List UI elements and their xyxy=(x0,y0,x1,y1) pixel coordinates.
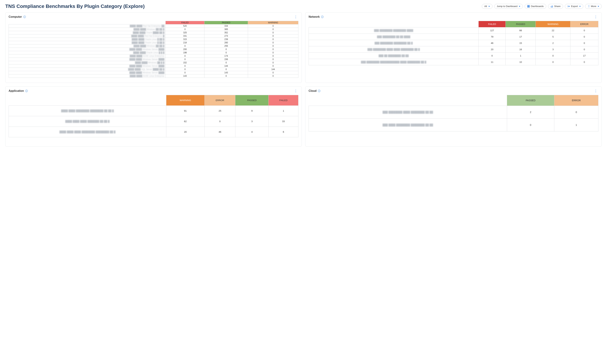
cell-value[interactable]: 239 xyxy=(204,38,248,41)
cell-value[interactable]: 10 xyxy=(506,59,536,65)
cell-value[interactable]: 0 xyxy=(479,53,506,59)
cell-value[interactable]: 315 xyxy=(166,38,204,41)
cell-value[interactable]: 0 xyxy=(248,48,298,51)
column-header[interactable]: WARNING xyxy=(536,21,570,27)
cell-value[interactable]: 520 xyxy=(166,24,204,28)
cell-value[interactable]: 260 xyxy=(204,41,248,44)
cell-value[interactable]: 0 xyxy=(166,65,204,68)
cell-value[interactable]: 3 xyxy=(536,46,570,53)
table-row[interactable]: ████ ████ Oracle Linux █ ██ █3152390 xyxy=(9,38,298,41)
column-header[interactable]: ERROR xyxy=(204,95,235,106)
cell-value[interactable]: 4 xyxy=(235,127,269,137)
cell-value[interactable]: 0 xyxy=(248,51,298,54)
panel-cloud-menu[interactable]: ⋮ xyxy=(593,89,598,92)
column-header[interactable]: FAILED xyxy=(269,95,298,106)
cell-value[interactable]: 218 xyxy=(166,41,204,44)
table-row[interactable]: ████ ████ Red Hat Enterprise █3312730 xyxy=(9,34,298,38)
cell-value[interactable]: 1 xyxy=(554,119,598,131)
cell-value[interactable]: 11 xyxy=(479,59,506,65)
cell-value[interactable]: 255 xyxy=(204,44,248,48)
cell-value[interactable]: 144 xyxy=(204,65,248,68)
cell-value[interactable]: 1 xyxy=(506,53,536,59)
cell-value[interactable]: 152 xyxy=(166,61,204,65)
column-header[interactable]: PASSED xyxy=(506,21,536,27)
column-header[interactable]: FAILED xyxy=(166,21,204,24)
cell-value[interactable]: 0 xyxy=(507,119,554,131)
export-button[interactable]: Export xyxy=(565,4,583,9)
cell-value[interactable]: 0 xyxy=(166,58,204,61)
cell-value[interactable]: 0 xyxy=(570,27,598,34)
cell-value[interactable]: 198 xyxy=(166,51,204,54)
cell-value[interactable]: 91 xyxy=(166,106,204,116)
cell-value[interactable]: 325 xyxy=(166,31,204,34)
table-row[interactable]: ████ ████ Oracle ████ ██ █3253520 xyxy=(9,31,298,34)
cell-value[interactable]: 15 xyxy=(506,40,536,46)
cell-value[interactable]: 0 xyxy=(166,28,204,31)
table-row[interactable]: ████ ████ SQL Server ████ ██ █00144 xyxy=(9,68,298,71)
more-button[interactable]: ⋮ More xyxy=(585,4,602,9)
panel-network-menu[interactable]: ⋮ xyxy=(593,15,598,18)
column-header[interactable]: WARNING xyxy=(248,21,298,24)
cell-value[interactable]: 0 xyxy=(204,51,248,54)
cell-value[interactable]: 0 xyxy=(248,24,298,28)
info-icon[interactable]: i xyxy=(321,16,324,18)
table-row[interactable]: ████ ████ Windows ██ ██ █03850 xyxy=(9,28,298,31)
info-icon[interactable]: i xyxy=(318,90,320,92)
cell-value[interactable]: 2 xyxy=(507,106,554,119)
table-row[interactable]: ███ ████ ████████ ████████ ██ ██01 xyxy=(309,119,598,131)
table-row[interactable]: ████ ████ SUSE Linux Enterprise01740 xyxy=(9,54,298,58)
cell-value[interactable]: 0 xyxy=(570,59,598,65)
cell-value[interactable]: 0 xyxy=(536,59,570,65)
cell-value[interactable]: 0 xyxy=(248,28,298,31)
cell-value[interactable]: 0 xyxy=(166,54,204,58)
cell-value[interactable]: 352 xyxy=(204,31,248,34)
table-row[interactable]: ████ ████ Windows Server ████20000 xyxy=(9,48,298,51)
table-row[interactable]: ███ ████████ ████████ ██ █461520 xyxy=(309,40,598,46)
cell-value[interactable]: 0 xyxy=(536,53,570,59)
cell-value[interactable]: 0 xyxy=(248,44,298,48)
cell-value[interactable]: 0 xyxy=(248,58,298,61)
cell-value[interactable]: 273 xyxy=(204,34,248,38)
cell-value[interactable]: 0 xyxy=(248,31,298,34)
cell-value[interactable]: 0 xyxy=(554,106,598,119)
table-row[interactable]: ███ ██ ████████ ██ ██01017 xyxy=(309,53,598,59)
cell-value[interactable]: 46 xyxy=(204,127,235,137)
cell-value[interactable]: 25 xyxy=(204,106,235,116)
cell-value[interactable]: 143 xyxy=(204,71,248,74)
cell-value[interactable]: 3 xyxy=(235,116,269,127)
cell-value[interactable]: 0 xyxy=(166,71,204,74)
cell-value[interactable]: 17 xyxy=(570,53,598,59)
cell-value[interactable]: 1 xyxy=(269,106,298,116)
cell-value[interactable]: 0 xyxy=(248,61,298,65)
cell-value[interactable]: 156 xyxy=(204,58,248,61)
cell-value[interactable]: 0 xyxy=(204,74,248,78)
cell-value[interactable]: 6 xyxy=(269,127,298,137)
cell-value[interactable]: 5 xyxy=(536,34,570,40)
cell-value[interactable]: 0 xyxy=(570,34,598,40)
cell-value[interactable]: 17 xyxy=(506,34,536,40)
cell-value[interactable]: 2 xyxy=(536,40,570,46)
table-row[interactable]: ████ ████ ████ ████████ ████████ ██ █204… xyxy=(9,127,298,137)
cell-value[interactable]: 79 xyxy=(479,34,506,40)
jump-to-dashboard-button[interactable]: Jump to Dashboard xyxy=(494,4,523,9)
table-row[interactable]: ████ ████ Windows Server ████01440 xyxy=(9,65,298,68)
table-row[interactable]: ████ ████ Oracle Linux █ █ █19800 xyxy=(9,51,298,54)
table-row[interactable]: ████ ████ Windows ██ █ █15200 xyxy=(9,61,298,65)
cell-value[interactable]: 143 xyxy=(166,74,204,78)
table-row[interactable]: ████ ████ Windows Server ████01430 xyxy=(9,71,298,74)
panel-computer-menu[interactable]: ⋮ xyxy=(293,15,298,18)
column-header[interactable]: PASSED xyxy=(507,95,554,106)
column-header[interactable]: ERROR xyxy=(554,95,598,106)
table-row[interactable]: ████ ████ ████████ ████████ ██ ██ █91259… xyxy=(9,106,298,116)
table-row[interactable]: ███ ████████ ████ ████ ████████ ██ █2016… xyxy=(309,46,598,53)
cell-value[interactable]: 0 xyxy=(204,116,235,127)
filter-all-button[interactable]: All xyxy=(482,4,492,9)
table-row[interactable]: ████ ████ Red Hat Enterprise ██5203340 xyxy=(9,24,298,28)
cell-value[interactable]: 0 xyxy=(248,65,298,68)
cell-value[interactable]: 174 xyxy=(204,54,248,58)
table-row[interactable]: ████ ████ Windows ██ ██ █02550 xyxy=(9,44,298,48)
cell-value[interactable]: 0 xyxy=(248,34,298,38)
cell-value[interactable]: 62 xyxy=(166,116,204,127)
table-row[interactable]: ███ ████████ ████ ████████ ██ ██20 xyxy=(309,106,598,119)
info-icon[interactable]: i xyxy=(23,16,26,18)
